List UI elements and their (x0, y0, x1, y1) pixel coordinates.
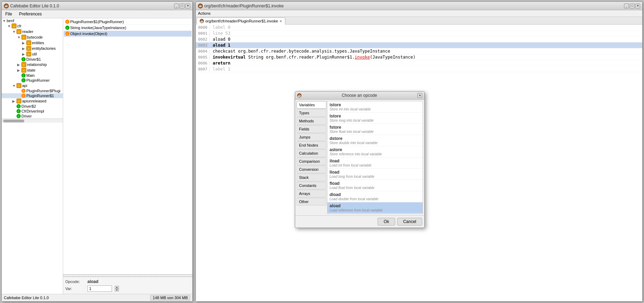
tree-item-entityfactories[interactable]: ▶ ± entityfactories (2, 46, 63, 51)
tree-item-entities[interactable]: ▶ ± entities (2, 40, 63, 46)
ok-button[interactable]: Ok (378, 218, 395, 225)
opcode-lload[interactable]: lload Load long from local variable (327, 169, 423, 180)
tree-item-benf[interactable]: ▼ benf (2, 18, 63, 23)
code-content: line 53 (210, 31, 233, 36)
tree-item-relationship[interactable]: ▶ ± relationship (2, 62, 63, 67)
close-button[interactable]: ✕ (185, 4, 190, 8)
cancel-button[interactable]: Cancel (397, 218, 422, 225)
code-row-0005[interactable]: 0005 invokevirtual String org.benf.cfr.r… (196, 54, 642, 60)
category-constants[interactable]: Constants (297, 182, 326, 189)
invoke-link[interactable]: invoke (355, 55, 370, 60)
tree-item-bytecode[interactable]: ▼ ± bytecode (2, 34, 63, 40)
class-icon: C (65, 20, 69, 24)
category-arrays[interactable]: Arrays (297, 190, 326, 197)
menu-preferences[interactable]: Preferences (17, 11, 44, 17)
category-variables[interactable]: Variables (297, 101, 326, 109)
var-label-text: Var: (65, 287, 85, 291)
code-content: areturn (210, 61, 233, 66)
category-comparison[interactable]: Comparison (297, 157, 326, 165)
tree-item-cfr[interactable]: ▼ ± cfr (2, 23, 63, 29)
opcode-lstore[interactable]: lstore Store long into local variable (327, 113, 423, 124)
spinner-up[interactable]: ▲ (115, 286, 119, 289)
right-window-titlebar: ☕ org/benf/cfr/reader/PluginRunner$1.inv… (196, 2, 642, 10)
dialog-title: Choose an opcode (301, 93, 417, 98)
tree-item-driver[interactable]: C Driver (2, 114, 63, 119)
opcode-dstore[interactable]: dstore Store double into local variable (327, 135, 423, 146)
opcode-astore[interactable]: astore Store reference into local variab… (327, 146, 423, 157)
opcode-panel: Opcode: aload Var: ▲ ▼ (63, 277, 192, 294)
line-num: 0003 (196, 43, 210, 48)
category-calculation[interactable]: Calculation (297, 149, 326, 157)
tree-label: PluginRunner (26, 78, 50, 82)
tree-item-pluginrunner-plugi[interactable]: C PluginRunner$Plugi (2, 88, 63, 93)
rw-maximize-button[interactable]: □ (630, 4, 635, 8)
opcode-istore[interactable]: istore Store int into local variable (327, 101, 423, 113)
maximize-button[interactable]: □ (180, 4, 185, 8)
tree-label: Main (26, 73, 35, 78)
tree-label: entityfactories (32, 46, 56, 50)
method-invoke-object[interactable]: C Object invoke(Object) (64, 31, 192, 37)
code-content: aload 1 (210, 43, 233, 48)
opcode-fload[interactable]: fload Load float from local variable (327, 180, 423, 191)
code-row-0006[interactable]: 0006 areturn (196, 60, 642, 66)
category-other[interactable]: Other (297, 198, 326, 206)
tab-close-button[interactable]: ✕ (279, 19, 282, 23)
category-methods[interactable]: Methods (297, 117, 326, 125)
tree-item-api[interactable]: ▼ ± api (2, 83, 63, 88)
class-icon: C (21, 78, 26, 82)
right-window-title: org/benf/cfr/reader/PluginRunner$1.invok… (204, 4, 284, 8)
opcode-value-text: aload (87, 279, 98, 284)
tree-scrollbar[interactable] (2, 119, 63, 123)
rw-close-button[interactable]: ✕ (635, 4, 640, 8)
tree-item-pluginrunner-1[interactable]: C PluginRunner$1 (2, 93, 63, 98)
code-content: invokevirtual String org.benf.cfr.reader… (210, 55, 418, 60)
method-label: PluginRunner$1(PluginRunner) (70, 20, 124, 24)
tab-label: org/benf/cfr/reader/PluginRunner$1.invok… (205, 19, 278, 23)
tree-item-state[interactable]: ▶ ± state (2, 67, 63, 73)
var-spinner[interactable]: ▲ ▼ (115, 286, 119, 291)
tree-item-cfrdriverimpl[interactable]: C CfrDriverImpl (2, 109, 63, 114)
tree-item-pluginrunner[interactable]: C PluginRunner (2, 78, 63, 83)
active-tab[interactable]: ☕ org/benf/cfr/reader/PluginRunner$1.inv… (197, 18, 285, 25)
tree-label: api (22, 83, 27, 88)
opcode-iload[interactable]: iload Load int from local variable (327, 157, 423, 169)
category-fields[interactable]: Fields (297, 125, 326, 133)
category-stack[interactable]: Stack (297, 174, 326, 181)
category-conversion[interactable]: Conversion (297, 166, 326, 173)
methods-panel: C PluginRunner$1(PluginRunner) C String … (63, 18, 192, 275)
category-end-nodes[interactable]: End Nodes (297, 141, 326, 149)
dialog-close-button[interactable]: ✕ (417, 93, 422, 98)
left-window-titlebar: ☕ Cafebabe Editor Lite 0.1.0 _ □ ✕ (2, 2, 192, 10)
pkg-icon: ± (16, 83, 21, 88)
opcode-aload[interactable]: aload Load reference from local variable (327, 202, 423, 214)
method-invoke-string[interactable]: C String invoke(JavaTypeInstance) (64, 25, 192, 31)
menu-file[interactable]: File (3, 11, 14, 17)
code-row-0004[interactable]: 0004 checkcast org.benf.cfr.reader.bytec… (196, 48, 642, 54)
dialog-titlebar: ☕ Choose an opcode ✕ (295, 92, 424, 100)
tree-item-driver2[interactable]: C Driver$2 (2, 104, 63, 109)
code-row-0007[interactable]: 0007 label 1 (196, 66, 642, 72)
tree-item-apiunreleased[interactable]: ▶ ± apiunreleased (2, 98, 63, 104)
line-num: 0002 (196, 37, 210, 42)
tree-item-reader[interactable]: ▼ ± reader (2, 29, 63, 34)
tree-item-util[interactable]: ▶ ± util (2, 51, 63, 57)
method-constructor[interactable]: C PluginRunner$1(PluginRunner) (64, 19, 192, 25)
minimize-button[interactable]: _ (174, 4, 179, 8)
rw-minimize-button[interactable]: _ (624, 4, 629, 8)
category-types[interactable]: Types (297, 109, 326, 117)
right-window-icon: ☕ (198, 4, 203, 8)
code-row-0002[interactable]: 0002 aload 0 (196, 36, 642, 42)
opcode-fstore[interactable]: fstore Store float into local variable (327, 124, 423, 135)
tree-label: bytecode (27, 35, 43, 39)
tree-item-main[interactable]: C Main (2, 73, 63, 78)
category-jumps[interactable]: Jumps (297, 133, 326, 141)
pkg-icon: ± (21, 62, 26, 67)
tree-item-driver1[interactable]: C Driver$1 (2, 57, 63, 62)
code-row-0001[interactable]: 0001 line 53 (196, 31, 642, 36)
spinner-down[interactable]: ▼ (115, 289, 119, 291)
code-row-0000[interactable]: 0000 label 0 (196, 25, 642, 31)
opcode-dload[interactable]: dload Load double from local variable (327, 191, 423, 202)
var-input[interactable] (87, 285, 112, 292)
pkg-icon: ± (21, 68, 26, 73)
code-row-0003[interactable]: 0003 aload 1 (196, 42, 642, 48)
